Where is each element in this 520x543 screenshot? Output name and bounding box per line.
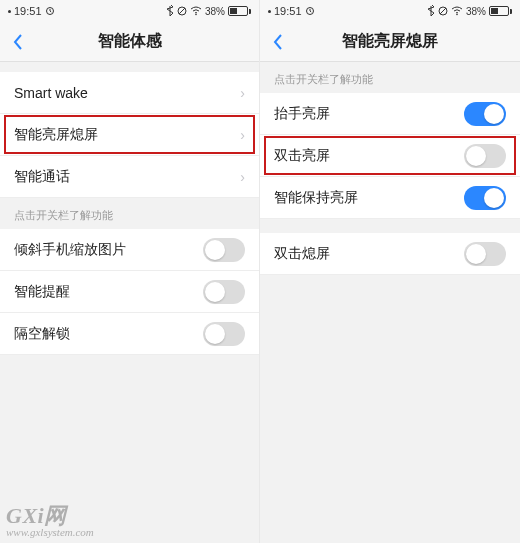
row-smart-call[interactable]: 智能通话 › — [0, 156, 259, 198]
row-label: 智能提醒 — [14, 283, 70, 301]
alarm-icon — [45, 6, 55, 16]
row-smart-screen[interactable]: 智能亮屏熄屏 › — [0, 114, 259, 156]
status-time: 19:51 — [274, 5, 302, 17]
dnd-icon — [177, 6, 187, 16]
toggle-switch[interactable] — [464, 144, 506, 168]
chevron-left-icon — [272, 33, 284, 51]
toggle-switch[interactable] — [203, 322, 245, 346]
row-label: 智能通话 — [14, 168, 70, 186]
toggle-switch[interactable] — [464, 186, 506, 210]
toggle-list-2: 双击熄屏 — [260, 233, 520, 275]
row-smart-wake[interactable]: Smart wake › — [0, 72, 259, 114]
row-label: 双击熄屏 — [274, 245, 330, 263]
watermark-title: GXi网 — [6, 504, 94, 527]
toggle-list: 倾斜手机缩放图片 智能提醒 隔空解锁 — [0, 229, 259, 355]
watermark-url: www.gxlsystem.com — [6, 527, 94, 539]
battery-icon — [489, 6, 512, 16]
row-label: 智能保持亮屏 — [274, 189, 358, 207]
row-label: 抬手亮屏 — [274, 105, 330, 123]
row-double-tap-sleep[interactable]: 双击熄屏 — [260, 233, 520, 275]
watermark: GXi网 www.gxlsystem.com — [6, 504, 94, 539]
chevron-right-icon: › — [240, 169, 245, 185]
battery-pct: 38% — [205, 6, 225, 17]
row-double-tap-wake[interactable]: 双击亮屏 — [260, 135, 520, 177]
status-time: 19:51 — [14, 5, 42, 17]
wifi-icon — [190, 6, 202, 16]
svg-line-6 — [440, 8, 446, 14]
row-label: Smart wake — [14, 85, 88, 101]
row-label: 倾斜手机缩放图片 — [14, 241, 126, 259]
row-air-unlock[interactable]: 隔空解锁 — [0, 313, 259, 355]
row-label: 智能亮屏熄屏 — [14, 126, 98, 144]
phone-right: 19:51 38% 智能亮屏熄屏 点击开关栏了解功能 抬手亮屏 — [260, 0, 520, 543]
svg-point-3 — [195, 14, 197, 16]
page-title: 智能体感 — [0, 31, 259, 52]
section-gap — [260, 219, 520, 233]
svg-line-2 — [179, 8, 185, 14]
wifi-icon — [451, 6, 463, 16]
row-tilt-zoom[interactable]: 倾斜手机缩放图片 — [0, 229, 259, 271]
page-title: 智能亮屏熄屏 — [260, 31, 520, 52]
row-label: 隔空解锁 — [14, 325, 70, 343]
dnd-icon — [438, 6, 448, 16]
back-button[interactable] — [268, 32, 288, 52]
nav-bar: 智能体感 — [0, 22, 259, 62]
section-header: 点击开关栏了解功能 — [0, 198, 259, 229]
row-keep-screen-on[interactable]: 智能保持亮屏 — [260, 177, 520, 219]
chevron-right-icon: › — [240, 85, 245, 101]
row-label: 双击亮屏 — [274, 147, 330, 165]
nav-bar: 智能亮屏熄屏 — [260, 22, 520, 62]
toggle-switch[interactable] — [203, 280, 245, 304]
back-button[interactable] — [8, 32, 28, 52]
section-header: 点击开关栏了解功能 — [260, 62, 520, 93]
chevron-right-icon: › — [240, 127, 245, 143]
battery-icon — [228, 6, 251, 16]
toggle-switch[interactable] — [464, 102, 506, 126]
battery-pct: 38% — [466, 6, 486, 17]
row-smart-remind[interactable]: 智能提醒 — [0, 271, 259, 313]
status-bar: 19:51 38% — [0, 0, 259, 22]
row-raise-wake[interactable]: 抬手亮屏 — [260, 93, 520, 135]
toggle-switch[interactable] — [203, 238, 245, 262]
alarm-icon — [305, 6, 315, 16]
nav-list: Smart wake › 智能亮屏熄屏 › 智能通话 › — [0, 72, 259, 198]
toggle-switch[interactable] — [464, 242, 506, 266]
svg-point-7 — [456, 14, 458, 16]
phone-left: 19:51 38% 智能体感 Smart wake › — [0, 0, 260, 543]
bluetooth-icon — [166, 5, 174, 17]
status-bar: 19:51 38% — [260, 0, 520, 22]
bluetooth-icon — [427, 5, 435, 17]
toggle-list-1: 抬手亮屏 双击亮屏 智能保持亮屏 — [260, 93, 520, 219]
chevron-left-icon — [12, 33, 24, 51]
